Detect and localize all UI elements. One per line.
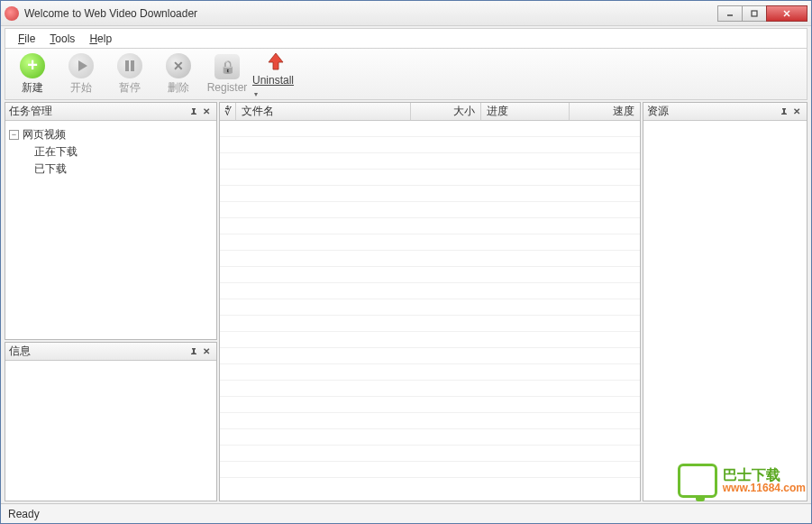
list-body[interactable] [220,121,640,501]
arrow-up-icon [263,49,288,74]
pin-icon[interactable] [187,106,200,118]
table-row [220,364,640,381]
resources-panel: 资源 [643,102,807,501]
right-column: 资源 [643,102,807,501]
table-row [220,429,640,446]
play-icon [68,53,94,78]
content-area: 任务管理 − 网页视频 正在下载 [5,102,807,501]
table-row [220,397,640,413]
window-title: Welcome to Web Video Downloader [24,7,718,20]
list-header: ∜ 文件名 大小 进度 速度 [220,103,640,121]
close-button[interactable] [766,5,807,22]
task-tree: − 网页视频 正在下载 已下载 [5,121,216,183]
app-window: Welcome to Web Video Downloader File Too… [0,0,812,524]
col-handle[interactable]: ∜ [220,103,236,120]
titlebar[interactable]: Welcome to Web Video Downloader [1,1,811,26]
pin-icon[interactable] [187,345,200,358]
table-row [220,446,640,462]
close-panel-icon[interactable] [790,106,803,118]
table-row [220,202,640,218]
task-management-panel: 任务管理 − 网页视频 正在下载 [5,102,217,340]
tree-root-node[interactable]: − 网页视频 [9,126,213,143]
close-panel-icon[interactable] [200,106,213,118]
info-panel-title: 信息 [9,344,187,359]
col-size[interactable]: 大小 [411,103,481,120]
left-column: 任务管理 − 网页视频 正在下载 [5,102,217,501]
uninstall-button[interactable]: Uninstall ▾ [252,51,299,97]
table-row [220,251,640,267]
task-panel-title: 任务管理 [9,104,187,119]
start-button[interactable]: 开始 [58,51,105,97]
table-row [220,170,640,186]
table-row [220,299,640,316]
register-button[interactable]: Register [204,51,251,97]
table-row [220,153,640,170]
table-row [220,462,640,478]
delete-button[interactable]: 删除 [155,51,202,97]
table-row [220,267,640,283]
table-row [220,137,640,153]
col-speed[interactable]: 速度 [570,103,640,120]
resources-panel-body [643,121,807,501]
minimize-button[interactable] [717,5,743,22]
table-row [220,381,640,397]
task-panel-body: − 网页视频 正在下载 已下载 [5,121,216,339]
table-row [220,348,640,364]
info-panel: 信息 [5,342,217,501]
status-text: Ready [8,508,40,520]
menu-help[interactable]: Help [82,31,119,47]
lock-icon [214,54,240,79]
info-panel-body [5,361,216,501]
info-panel-header[interactable]: 信息 [5,343,216,361]
table-row [220,234,640,251]
menu-tools[interactable]: Tools [42,31,82,47]
table-row [220,121,640,137]
table-row [220,218,640,234]
col-filename[interactable]: 文件名 [236,103,411,120]
pause-button[interactable]: 暂停 [106,51,153,97]
tree-node-downloaded[interactable]: 已下载 [34,161,213,178]
close-panel-icon[interactable] [200,345,213,358]
new-button[interactable]: 新建 [9,51,56,97]
tree-node-downloading[interactable]: 正在下载 [34,143,213,161]
chevron-down-icon: ▾ [254,90,258,98]
table-row [220,332,640,348]
col-progress[interactable]: 进度 [481,103,570,120]
maximize-button[interactable] [742,5,767,22]
svg-rect-1 [752,11,757,16]
window-buttons [718,5,807,22]
table-row [220,283,640,299]
statusbar: Ready [1,503,811,523]
collapse-icon[interactable]: − [9,130,19,140]
pause-icon [117,53,142,78]
app-icon [5,6,19,21]
delete-icon [166,53,191,78]
task-panel-header[interactable]: 任务管理 [5,103,216,121]
pin-icon[interactable] [778,106,790,118]
center-column: ∜ 文件名 大小 进度 速度 [219,102,641,501]
toolbar: 新建 开始 暂停 删除 Register Uninstall ▾ [5,48,807,100]
download-list-panel: ∜ 文件名 大小 进度 速度 [219,102,641,501]
resources-panel-header[interactable]: 资源 [643,103,807,121]
table-row [220,316,640,332]
plus-icon [20,53,45,78]
table-row [220,413,640,429]
menu-file[interactable]: File [11,31,42,47]
menubar: File Tools Help [5,28,807,48]
resources-panel-title: 资源 [647,104,778,119]
table-row [220,186,640,202]
